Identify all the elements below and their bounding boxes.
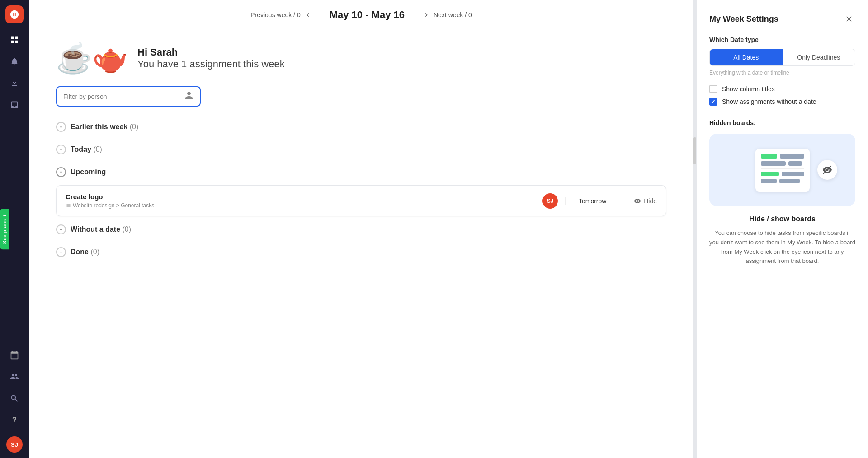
sidebar-user-avatar[interactable]: SJ <box>6 436 23 453</box>
sidebar-item-calendar[interactable] <box>5 346 24 364</box>
section-done-title: Done (0) <box>71 248 99 256</box>
prev-week-label: Previous week / 0 <box>250 11 301 19</box>
hidden-boards-label: Hidden boards: <box>709 119 855 126</box>
task-name[interactable]: Create logo <box>66 193 535 201</box>
board-block-gray-4 <box>782 172 804 176</box>
app-logo[interactable] <box>5 5 24 23</box>
board-block-gray-6 <box>779 179 800 183</box>
content-area: ☕🫖 Hi Sarah You have 1 assignment this w… <box>29 30 693 458</box>
show-without-date-checkbox[interactable] <box>709 98 717 106</box>
svg-rect-3 <box>15 41 18 43</box>
filter-bar <box>56 86 666 107</box>
section-done: Done (0) <box>56 243 666 262</box>
board-block-gray-2 <box>761 161 786 166</box>
board-block-green-2 <box>761 172 779 176</box>
board-divider <box>761 168 804 169</box>
date-type-hint: Everything with a date or timeline <box>709 70 855 76</box>
settings-panel: My Week Settings Which Date type All Dat… <box>696 0 868 458</box>
filter-person-icon <box>184 91 193 102</box>
section-upcoming-title: Upcoming <box>71 168 106 176</box>
section-earlier-count: (0) <box>130 123 139 131</box>
section-earlier: Earlier this week (0) <box>56 117 666 136</box>
section-today-count: (0) <box>93 145 102 153</box>
section-without-date: Without a date (0) <box>56 220 666 239</box>
greeting-name: Hi Sarah <box>137 47 285 58</box>
board-block-gray-5 <box>761 179 777 183</box>
week-range-title: May 10 - May 16 <box>330 9 405 21</box>
section-upcoming-header[interactable]: Upcoming <box>56 163 666 182</box>
board-block-gray-1 <box>780 154 804 159</box>
main-content: Previous week / 0 May 10 - May 16 Next w… <box>29 0 693 458</box>
section-today-toggle[interactable] <box>56 145 66 154</box>
filter-by-person-input[interactable] <box>63 93 184 100</box>
section-done-count: (0) <box>90 248 99 256</box>
section-today-header[interactable]: Today (0) <box>56 140 666 159</box>
see-plans-badge[interactable]: See plans + <box>0 209 9 249</box>
next-week-label: Next week / 0 <box>434 11 472 19</box>
section-done-toggle[interactable] <box>56 247 66 257</box>
task-path-text: Website redesign > General tasks <box>73 202 154 209</box>
section-upcoming: Upcoming Create logo Website redesign > … <box>56 163 666 216</box>
sidebar-item-bell[interactable] <box>5 52 24 70</box>
task-date-label: Tomorrow <box>565 197 619 205</box>
board-block-green <box>761 154 777 159</box>
section-without-date-toggle[interactable] <box>56 224 66 234</box>
board-row-4 <box>761 179 804 183</box>
filter-input-wrap <box>56 86 201 107</box>
task-hide-label: Hide <box>644 197 657 205</box>
all-dates-button[interactable]: All Dates <box>710 49 783 65</box>
board-block-gray-3 <box>788 161 802 166</box>
show-column-titles-checkbox[interactable] <box>709 85 717 93</box>
greeting-subtitle: You have 1 assignment this week <box>137 58 285 70</box>
board-row-3 <box>761 172 804 176</box>
section-without-date-count: (0) <box>123 225 132 233</box>
section-done-header[interactable]: Done (0) <box>56 243 666 262</box>
sidebar: See plans + ? SJ <box>0 0 29 458</box>
hide-boards-eye-icon[interactable] <box>817 160 837 180</box>
board-row-1 <box>761 154 804 159</box>
section-earlier-header[interactable]: Earlier this week (0) <box>56 117 666 136</box>
settings-panel-title: My Week Settings <box>709 14 778 24</box>
section-today: Today (0) <box>56 140 666 159</box>
task-card-create-logo: Create logo Website redesign > General t… <box>56 185 666 216</box>
only-deadlines-button[interactable]: Only Deadlines <box>783 49 855 65</box>
next-week-nav[interactable]: Next week / 0 <box>423 11 472 19</box>
show-column-titles-label: Show column titles <box>722 85 775 93</box>
section-upcoming-toggle[interactable] <box>56 167 66 177</box>
show-column-titles-row: Show column titles <box>709 85 855 93</box>
prev-week-nav[interactable]: Previous week / 0 <box>250 11 311 19</box>
section-earlier-toggle[interactable] <box>56 122 66 132</box>
boards-illustration <box>709 134 855 206</box>
svg-rect-2 <box>11 41 14 43</box>
settings-close-button[interactable] <box>843 13 855 25</box>
svg-rect-1 <box>15 37 18 39</box>
greeting-emoji: ☕🫖 <box>56 44 128 73</box>
show-without-date-row: Show assignments without a date <box>709 98 855 106</box>
task-path: Website redesign > General tasks <box>66 202 535 209</box>
sidebar-item-search[interactable] <box>5 389 24 407</box>
hide-show-title: Hide / show boards <box>709 215 855 223</box>
date-type-label: Which Date type <box>709 36 855 43</box>
greeting-section: ☕🫖 Hi Sarah You have 1 assignment this w… <box>56 44 666 73</box>
sidebar-item-inbox[interactable] <box>5 96 24 114</box>
section-without-date-title: Without a date (0) <box>71 225 131 234</box>
section-earlier-title: Earlier this week (0) <box>71 123 138 131</box>
greeting-text: Hi Sarah You have 1 assignment this week <box>137 47 285 70</box>
hide-show-desc: You can choose to hide tasks from specif… <box>709 229 855 266</box>
task-hide-button[interactable]: Hide <box>627 197 657 205</box>
date-type-toggle: All Dates Only Deadlines <box>709 49 855 66</box>
section-today-title: Today (0) <box>71 145 102 154</box>
boards-card <box>755 149 810 192</box>
board-row-2 <box>761 161 804 166</box>
section-without-date-header[interactable]: Without a date (0) <box>56 220 666 239</box>
svg-rect-0 <box>11 37 14 39</box>
sidebar-item-download[interactable] <box>5 74 24 92</box>
task-info: Create logo Website redesign > General t… <box>66 193 535 209</box>
task-assignee-avatar[interactable]: SJ <box>542 193 558 209</box>
week-header: Previous week / 0 May 10 - May 16 Next w… <box>29 0 693 30</box>
sidebar-item-people[interactable] <box>5 368 24 386</box>
settings-header: My Week Settings <box>709 13 855 25</box>
sidebar-item-help[interactable]: ? <box>5 411 24 429</box>
sidebar-item-grid[interactable] <box>5 31 24 49</box>
show-without-date-label: Show assignments without a date <box>722 98 816 105</box>
